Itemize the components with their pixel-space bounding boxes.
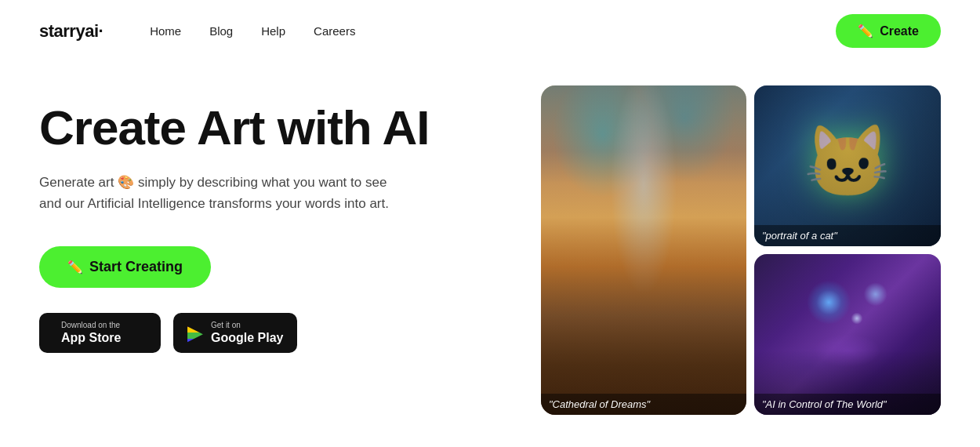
subtitle-line1: Generate art 🎨 simply by describing what… bbox=[39, 175, 387, 190]
cat-caption: "portrait of a cat" bbox=[754, 225, 941, 246]
create-button[interactable]: ✏️ Create bbox=[836, 14, 941, 48]
right-image-column: "portrait of a cat" "AI in Control of Th… bbox=[754, 85, 941, 415]
logo-dot: · bbox=[99, 21, 103, 41]
google-play-small: Get it on bbox=[211, 321, 283, 330]
app-store-button[interactable]: Download on the App Store bbox=[39, 313, 161, 353]
logo: starryai· bbox=[39, 21, 103, 42]
create-icon: ✏️ bbox=[858, 24, 873, 38]
hero-left: Create Art with AI Generate art 🎨 simply… bbox=[39, 85, 525, 415]
space-caption: "AI in Control of The World" bbox=[754, 394, 941, 415]
google-play-button[interactable]: ▶ Get it on Google Play bbox=[173, 313, 297, 353]
play-store-icon: ▶ bbox=[187, 321, 203, 345]
nav-item-careers[interactable]: Careers bbox=[314, 24, 355, 38]
logo-text: starryai bbox=[39, 21, 99, 41]
app-store-text: Download on the App Store bbox=[61, 321, 121, 345]
cat-image-card: "portrait of a cat" bbox=[754, 85, 941, 246]
main-nav: Home Blog Help Careers bbox=[150, 24, 355, 38]
subtitle-line2: and our Artificial Intelligence transfor… bbox=[39, 196, 389, 211]
start-creating-label: Start Creating bbox=[89, 259, 183, 275]
hero-title: Create Art with AI bbox=[39, 101, 525, 154]
cat-image bbox=[754, 85, 941, 246]
pencil-icon: ✏️ bbox=[67, 260, 83, 274]
cathedral-caption: "Cathedral of Dreams" bbox=[541, 394, 746, 415]
nav-item-blog[interactable]: Blog bbox=[209, 24, 233, 38]
hero-section: Create Art with AI Generate art 🎨 simply… bbox=[0, 62, 980, 415]
header: starryai· Home Blog Help Careers ✏️ Crea… bbox=[0, 0, 980, 62]
google-play-large: Google Play bbox=[211, 330, 283, 345]
space-image-card: "AI in Control of The World" bbox=[754, 254, 941, 415]
nav-item-home[interactable]: Home bbox=[150, 24, 181, 38]
space-image bbox=[754, 254, 941, 415]
start-creating-button[interactable]: ✏️ Start Creating bbox=[39, 246, 211, 288]
header-right: ✏️ Create bbox=[836, 14, 941, 48]
create-label: Create bbox=[880, 24, 919, 38]
store-buttons: Download on the App Store ▶ Get it on Go… bbox=[39, 313, 525, 353]
hero-subtitle: Generate art 🎨 simply by describing what… bbox=[39, 172, 431, 214]
app-store-small: Download on the bbox=[61, 321, 121, 330]
cathedral-image bbox=[541, 85, 746, 415]
app-store-large: App Store bbox=[61, 330, 121, 345]
google-play-text: Get it on Google Play bbox=[211, 321, 283, 345]
nav-item-help[interactable]: Help bbox=[261, 24, 285, 38]
hero-right: "Cathedral of Dreams" "portrait of a cat… bbox=[525, 85, 941, 415]
cathedral-image-card: "Cathedral of Dreams" bbox=[541, 85, 746, 415]
